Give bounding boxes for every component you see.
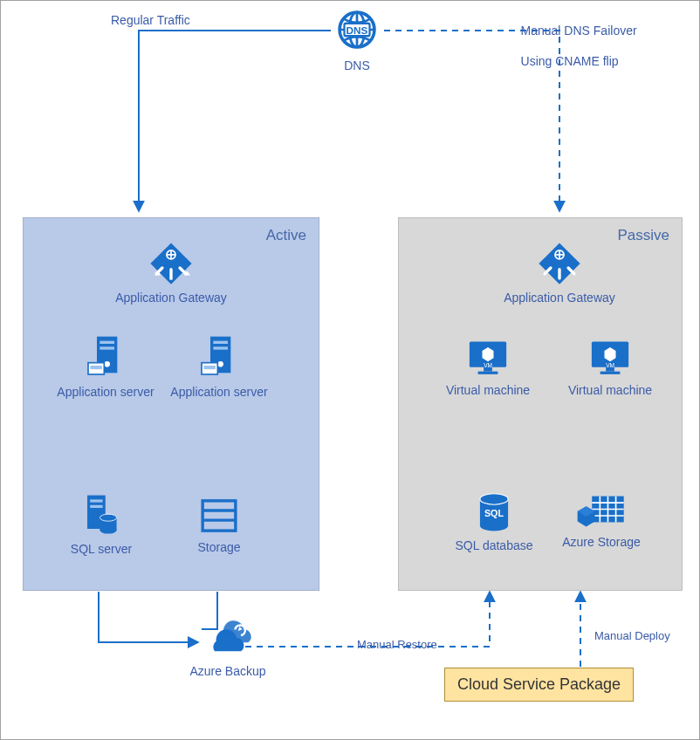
server-icon — [84, 332, 127, 381]
svg-text:DNS: DNS — [347, 24, 368, 36]
region-active-title: Active — [266, 227, 306, 244]
svg-rect-24 — [202, 501, 236, 531]
vm-icon: VM — [587, 338, 633, 380]
cloud-service-package-box: Cloud Service Package — [444, 668, 634, 702]
passive-vm2-node: VM Virtual machine — [558, 338, 662, 397]
svg-point-38 — [480, 520, 508, 531]
dns-node: DNS DNS — [330, 4, 384, 72]
passive-vm1-label: Virtual machine — [436, 383, 540, 397]
active-appgw-node: Application Gateway — [106, 240, 237, 305]
server-icon — [197, 332, 241, 381]
svg-rect-19 — [90, 505, 102, 508]
svg-rect-7 — [100, 346, 114, 349]
svg-point-14 — [217, 361, 223, 367]
active-sqlserver-node: SQL server — [53, 491, 149, 556]
azure-storage-icon — [576, 491, 627, 531]
region-passive-title: Passive — [617, 227, 669, 244]
sql-database-icon: SQL — [475, 491, 513, 535]
svg-rect-16 — [204, 366, 216, 369]
svg-rect-34 — [600, 372, 621, 374]
passive-sqldb-node: SQL SQL database — [446, 491, 542, 552]
azure-backup-icon — [202, 619, 254, 661]
passive-vm2-label: Virtual machine — [558, 383, 662, 397]
passive-vm1-node: VM Virtual machine — [436, 338, 540, 397]
label-manual-restore: Manual Restore — [357, 638, 437, 652]
svg-point-22 — [100, 527, 116, 534]
active-storage-node: Storage — [175, 495, 263, 554]
passive-appgw-label: Application Gateway — [494, 291, 625, 305]
svg-rect-12 — [213, 341, 228, 344]
passive-storage-label: Azure Storage — [549, 535, 654, 549]
label-regular-traffic: Regular Traffic — [111, 13, 190, 29]
cloud-service-package-label: Cloud Service Package — [457, 675, 621, 693]
dns-icon: DNS — [332, 4, 382, 55]
active-appserver1-node: Application server — [49, 332, 162, 399]
dns-label: DNS — [330, 58, 384, 72]
active-appgw-label: Application Gateway — [106, 291, 237, 305]
azure-backup-label: Azure Backup — [184, 664, 271, 678]
svg-rect-30 — [478, 372, 498, 374]
active-appserver1-label: Application server — [49, 385, 162, 399]
svg-rect-10 — [91, 366, 102, 369]
svg-text:VM: VM — [606, 362, 614, 368]
storage-icon — [198, 495, 240, 537]
active-sqlserver-label: SQL server — [53, 542, 149, 556]
label-failover-line1: Manual DNS Failover — [521, 24, 637, 38]
sql-server-icon — [80, 491, 122, 538]
passive-sqldb-label: SQL database — [446, 538, 542, 552]
svg-rect-18 — [90, 499, 102, 502]
svg-text:SQL: SQL — [484, 508, 504, 518]
svg-rect-13 — [213, 346, 228, 349]
label-manual-deploy: Manual Deploy — [594, 629, 670, 643]
app-gateway-icon — [536, 240, 583, 287]
svg-point-8 — [104, 361, 110, 367]
active-storage-label: Storage — [175, 540, 263, 554]
label-failover: Manual DNS Failover Using CNAME flip — [507, 8, 637, 85]
svg-rect-6 — [100, 341, 114, 344]
svg-text:VM: VM — [484, 362, 492, 368]
passive-storage-node: Azure Storage — [549, 491, 654, 549]
azure-backup-node: Azure Backup — [184, 619, 271, 678]
active-appserver2-label: Application server — [162, 385, 276, 399]
app-gateway-icon — [148, 240, 195, 287]
passive-appgw-node: Application Gateway — [494, 240, 625, 305]
vm-icon: VM — [465, 338, 511, 380]
label-failover-line2: Using CNAME flip — [521, 54, 619, 68]
active-appserver2-node: Application server — [162, 332, 276, 399]
diagram-canvas: Regular Traffic Manual DNS Failover Usin… — [0, 0, 700, 740]
